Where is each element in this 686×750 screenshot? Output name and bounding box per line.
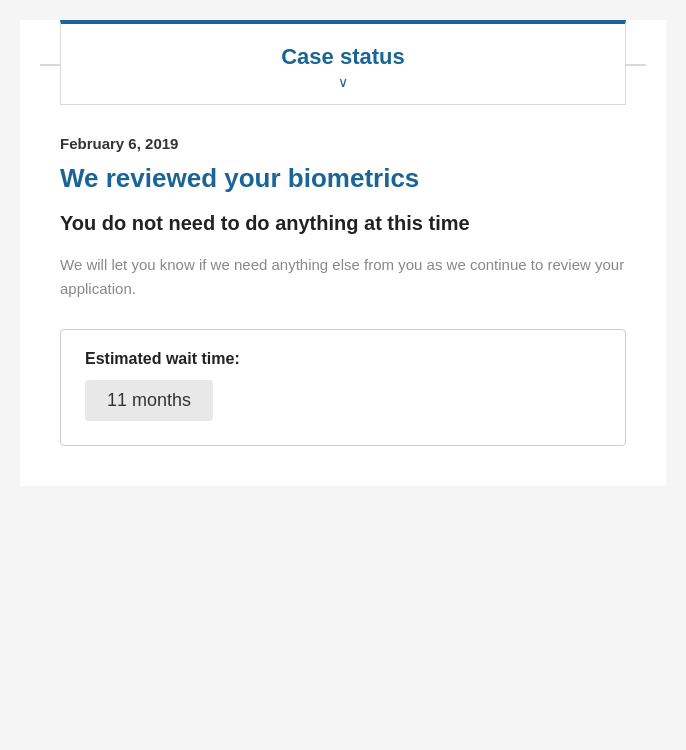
card-title: Case status xyxy=(91,44,595,70)
wait-time-box: Estimated wait time: 11 months xyxy=(60,329,626,446)
main-heading: We reviewed your biometrics xyxy=(60,162,626,196)
sub-heading: You do not need to do anything at this t… xyxy=(60,210,626,237)
date-label: February 6, 2019 xyxy=(60,135,626,152)
body-text: We will let you know if we need anything… xyxy=(60,253,626,301)
card-header: Case status ∨ xyxy=(61,24,625,104)
wait-time-label: Estimated wait time: xyxy=(85,350,601,368)
content-area: February 6, 2019 We reviewed your biomet… xyxy=(20,105,666,486)
wait-time-badge: 11 months xyxy=(85,380,213,421)
case-status-card: Case status ∨ xyxy=(60,20,626,105)
chevron-down-icon[interactable]: ∨ xyxy=(91,74,595,90)
page-wrapper: Case status ∨ February 6, 2019 We review… xyxy=(20,20,666,486)
